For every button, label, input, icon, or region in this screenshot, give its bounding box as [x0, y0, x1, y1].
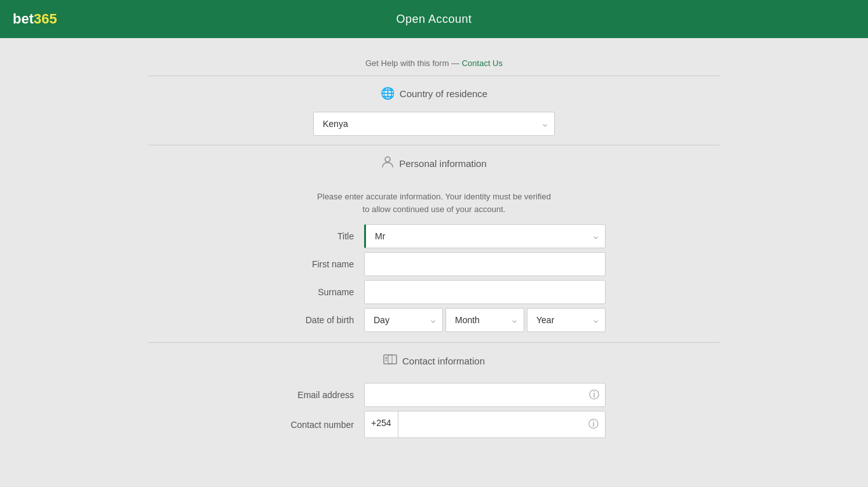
country-select-container: Kenya Uganda Tanzania Nigeria South Afri… — [313, 112, 555, 136]
first-name-control — [364, 252, 606, 276]
svg-rect-2 — [388, 355, 392, 364]
contact-form-section: Email address ⓘ Contact number +254 ⓘ — [148, 377, 720, 448]
contact-number-wrapper: +254 ⓘ — [364, 411, 606, 438]
month-select[interactable]: Month — [445, 308, 524, 332]
country-select[interactable]: Kenya Uganda Tanzania Nigeria South Afri… — [313, 112, 555, 136]
contact-section-header: Contact information — [148, 342, 720, 377]
day-select-wrapper: Day ⌵ — [364, 308, 443, 332]
title-row: Title Mr Mrs Ms Miss Dr ⌵ — [148, 224, 720, 248]
email-input[interactable] — [364, 383, 606, 407]
day-select[interactable]: Day — [364, 308, 443, 332]
svg-point-3 — [385, 357, 387, 359]
personal-info-text: Please enter accurate information. Your … — [313, 185, 555, 224]
help-bar: Get Help with this form — Contact Us — [148, 51, 720, 76]
year-select[interactable]: Year — [527, 308, 606, 332]
logo-365: 365 — [34, 11, 57, 27]
country-section: Kenya Uganda Tanzania Nigeria South Afri… — [148, 108, 720, 145]
contact-icon — [383, 353, 397, 369]
email-info-icon[interactable]: ⓘ — [589, 389, 599, 402]
email-label: Email address — [262, 390, 364, 400]
country-section-header: 🌐 Country of residence — [148, 76, 720, 108]
globe-icon: 🌐 — [381, 86, 395, 100]
personal-section-header: Personal information — [148, 145, 720, 179]
first-name-row: First name — [148, 252, 720, 276]
help-text: Get Help with this form — — [365, 58, 459, 68]
contact-us-link[interactable]: Contact Us — [462, 58, 503, 68]
contact-info-icon[interactable]: ⓘ — [582, 411, 605, 437]
dob-control: Day ⌵ Month ⌵ Year ⌵ — [364, 308, 606, 332]
contact-number-control: +254 ⓘ — [364, 411, 606, 438]
contact-section-label: Contact information — [402, 356, 485, 366]
email-input-wrapper: ⓘ — [364, 383, 606, 407]
contact-number-row: Contact number +254 ⓘ — [148, 411, 720, 438]
email-row: Email address ⓘ — [148, 383, 720, 407]
personal-section-label: Personal information — [399, 158, 487, 169]
svg-point-0 — [385, 157, 390, 162]
page-title: Open Account — [396, 13, 471, 26]
surname-input[interactable] — [364, 280, 606, 304]
title-select[interactable]: Mr Mrs Ms Miss Dr — [364, 224, 606, 248]
title-label: Title — [262, 231, 364, 241]
country-section-label: Country of residence — [400, 88, 487, 99]
main-content: Get Help with this form — Contact Us 🌐 C… — [148, 38, 720, 461]
personal-form-section: Please enter accurate information. Your … — [148, 179, 720, 342]
country-code: +254 — [365, 411, 398, 437]
surname-control — [364, 280, 606, 304]
logo-bet: bet — [13, 11, 34, 27]
month-select-wrapper: Month ⌵ — [445, 308, 524, 332]
year-select-wrapper: Year ⌵ — [527, 308, 606, 332]
header: bet365 Open Account — [0, 0, 868, 38]
contact-number-input[interactable] — [398, 411, 582, 437]
person-icon — [381, 156, 394, 171]
logo: bet365 — [13, 11, 57, 27]
title-control: Mr Mrs Ms Miss Dr ⌵ — [364, 224, 606, 248]
surname-label: Surname — [262, 287, 364, 297]
dob-row: Date of birth Day ⌵ Month ⌵ Year — [148, 308, 720, 332]
country-select-wrapper: Kenya Uganda Tanzania Nigeria South Afri… — [313, 112, 555, 136]
title-select-wrapper: Mr Mrs Ms Miss Dr ⌵ — [364, 224, 606, 248]
contact-number-label: Contact number — [262, 420, 364, 430]
svg-rect-1 — [384, 355, 397, 364]
first-name-label: First name — [262, 259, 364, 269]
dob-label: Date of birth — [262, 315, 364, 325]
surname-row: Surname — [148, 280, 720, 304]
email-control: ⓘ — [364, 383, 606, 407]
first-name-input[interactable] — [364, 252, 606, 276]
